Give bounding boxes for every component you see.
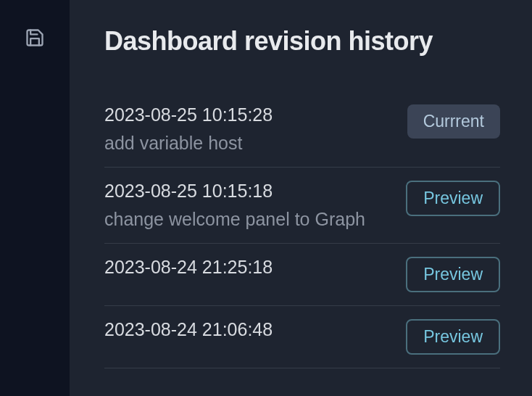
main-panel: Dashboard revision history 2023-08-25 10… (70, 0, 532, 396)
preview-button[interactable]: Preview (406, 319, 500, 355)
revision-timestamp: 2023-08-24 21:06:48 (104, 319, 273, 340)
revision-timestamp: 2023-08-24 21:25:18 (104, 257, 273, 278)
preview-button[interactable]: Preview (406, 257, 500, 292)
revision-info: 2023-08-24 21:25:18 (104, 257, 273, 278)
revision-info: 2023-08-25 10:15:18 change welcome panel… (104, 181, 365, 230)
revision-description: change welcome panel to Graph (104, 209, 365, 230)
revision-info: 2023-08-24 21:06:48 (104, 319, 273, 340)
revision-row: 2023-08-24 21:25:18 Preview (104, 244, 500, 306)
preview-button[interactable]: Preview (406, 181, 500, 216)
save-icon[interactable] (25, 28, 45, 48)
revision-info: 2023-08-25 10:15:28 add variable host (104, 104, 273, 154)
revision-timestamp: 2023-08-25 10:15:28 (104, 104, 273, 125)
revision-timestamp: 2023-08-25 10:15:18 (104, 181, 365, 202)
revision-row: 2023-08-24 21:06:48 Preview (104, 306, 500, 368)
revision-row: 2023-08-25 10:15:18 change welcome panel… (104, 168, 500, 244)
sidebar (0, 0, 70, 396)
revision-list: 2023-08-25 10:15:28 add variable host Cu… (104, 91, 500, 368)
revision-description: add variable host (104, 133, 273, 154)
current-badge: Currrent (407, 104, 500, 139)
revision-row: 2023-08-25 10:15:28 add variable host Cu… (104, 91, 500, 168)
page-title: Dashboard revision history (104, 26, 500, 57)
